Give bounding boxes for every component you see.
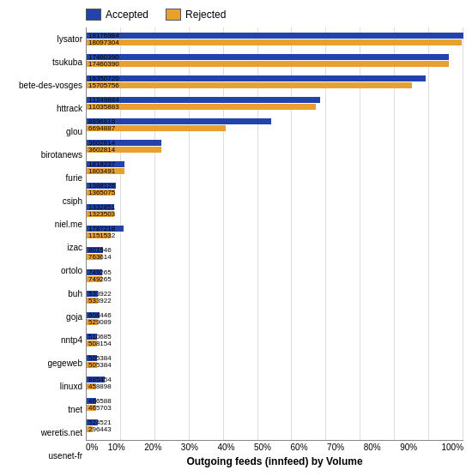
x-tick: 40% (208, 443, 245, 452)
bar-rejected-label: 18097304 (88, 39, 119, 46)
bar-accepted: 8896818 (87, 118, 271, 124)
chart-container: Accepted Rejected lysatortsukubabete-des… (0, 0, 472, 476)
bar-row: 524521296443 (87, 419, 463, 435)
bar-rejected-label: 505384 (88, 361, 112, 369)
y-labels: lysatortsukubabete-des-vosgeshttrackglou… (9, 27, 86, 467)
bar-group: 1746039017460390 (87, 54, 463, 69)
bar-accepted: 18176984 (87, 33, 463, 39)
x-tick: 20% (135, 443, 172, 452)
bar-rejected: 505384 (87, 362, 97, 368)
bar-group: 533922533922 (87, 291, 463, 306)
bar-accepted: 16350720 (87, 75, 426, 81)
legend-rejected: Rejected (166, 9, 226, 21)
y-label: bete-des-vosges (9, 81, 82, 90)
bar-accepted: 801946 (87, 247, 103, 253)
y-label: weretis.net (9, 428, 82, 437)
bar-rejected: 458898 (87, 383, 96, 389)
chart-area: lysatortsukubabete-des-vosgeshttrackglou… (9, 27, 463, 467)
bar-row: 608446529089 (87, 312, 463, 328)
bar-rejected: 15705756 (87, 82, 412, 88)
legend-rejected-box (166, 9, 181, 21)
x-tick: 70% (318, 443, 354, 452)
bar-rejected-label: 3602814 (88, 146, 115, 154)
bar-row: 505384505384 (87, 355, 463, 371)
x-axis: 0%10%20%30%40%50%60%70%80%90%100% (86, 443, 463, 452)
bar-group: 466588465703 (87, 398, 463, 413)
bar-group: 18182371803491 (87, 161, 463, 177)
bar-accepted: 505384 (87, 355, 97, 361)
bar-rejected-label: 1151532 (88, 232, 115, 239)
y-label: birotanews (9, 150, 82, 160)
bar-rejected-label: 6694887 (88, 124, 115, 132)
bar-row: 36028143602814 (87, 140, 463, 155)
bar-rejected-label: 296443 (88, 425, 112, 433)
bar-rejected: 11035883 (87, 104, 316, 110)
bar-group: 13881261365075 (87, 183, 463, 198)
y-label: glou (9, 127, 82, 136)
y-label: gegeweb (9, 359, 82, 368)
y-label: tsukuba (9, 57, 82, 67)
y-label: goja (9, 312, 82, 322)
bar-row: 17872181151532 (87, 226, 463, 241)
bar-rejected: 17460390 (87, 61, 449, 67)
bar-group: 749265749265 (87, 269, 463, 285)
y-label: usenet-fr (9, 451, 82, 461)
y-label: linuxd (9, 382, 82, 391)
bar-row: 18182371803491 (87, 161, 463, 177)
bar-rejected-label: 763614 (88, 253, 112, 261)
bar-rejected-label: 529089 (88, 318, 112, 326)
bar-rejected: 1365075 (87, 190, 115, 196)
bar-group: 17872181151532 (87, 226, 463, 241)
bar-rejected-label: 1323503 (88, 210, 115, 218)
x-tick: 60% (281, 443, 318, 452)
bars-and-x: 1817698418097304174603901746039016350720… (86, 27, 463, 467)
bar-rejected-label: 1803491 (88, 167, 115, 175)
y-label: lysator (9, 34, 82, 44)
bar-group: 801946763614 (87, 247, 463, 262)
bar-rejected-label: 465703 (88, 404, 112, 412)
x-tick: 90% (390, 443, 427, 452)
bar-row: 1635072015705756 (87, 75, 463, 91)
y-label: izac (9, 243, 82, 252)
x-tick: 100% (427, 443, 464, 452)
bar-rejected-label: 17460390 (88, 60, 119, 68)
bar-rejected: 529089 (87, 319, 98, 325)
bar-accepted: 524521 (87, 419, 98, 425)
bar-rejected: 3602814 (87, 147, 161, 153)
bar-rejected: 763614 (87, 254, 102, 260)
bar-accepted: 510685 (87, 334, 97, 340)
bar-group: 13328511323503 (87, 204, 463, 220)
bar-rejected-label: 15705756 (88, 81, 119, 89)
bar-accepted: 466588 (87, 398, 96, 404)
bar-rejected: 1323503 (87, 211, 114, 217)
bar-accepted: 1787218 (87, 226, 124, 232)
bar-accepted: 17460390 (87, 54, 449, 60)
bar-group: 608446529089 (87, 312, 463, 328)
bar-rejected: 749265 (87, 276, 102, 282)
bar-accepted: 3602814 (87, 140, 161, 146)
bar-accepted: 533922 (87, 291, 98, 297)
bar-accepted: 1818237 (87, 161, 124, 167)
bar-row: 1746039017460390 (87, 54, 463, 69)
bar-rejected-label: 508154 (88, 340, 112, 347)
bar-rejected: 18097304 (87, 39, 462, 45)
bar-row: 13328511323503 (87, 204, 463, 220)
bar-accepted: 608446 (87, 312, 100, 318)
y-label: httrack (9, 104, 82, 113)
legend-accepted-box (86, 9, 101, 21)
bar-row: 533922533922 (87, 291, 463, 306)
bar-row: 88968186694887 (87, 118, 463, 134)
bar-rejected: 533922 (87, 298, 98, 304)
legend-accepted-label: Accepted (106, 9, 148, 21)
bar-row: 13881261365075 (87, 183, 463, 198)
y-label: ortolo (9, 266, 82, 275)
bar-group: 524521296443 (87, 419, 463, 435)
x-axis-title: Outgoing feeds (innfeed) by Volume (86, 455, 463, 467)
bar-group: 505384505384 (87, 355, 463, 371)
bar-rows: 1817698418097304174603901746039016350720… (87, 27, 463, 440)
x-tick: 80% (354, 443, 390, 452)
bar-rejected-label: 1365075 (88, 189, 115, 196)
bar-group: 1635072015705756 (87, 75, 463, 91)
legend: Accepted Rejected (86, 9, 463, 21)
y-label: nntp4 (9, 335, 82, 345)
